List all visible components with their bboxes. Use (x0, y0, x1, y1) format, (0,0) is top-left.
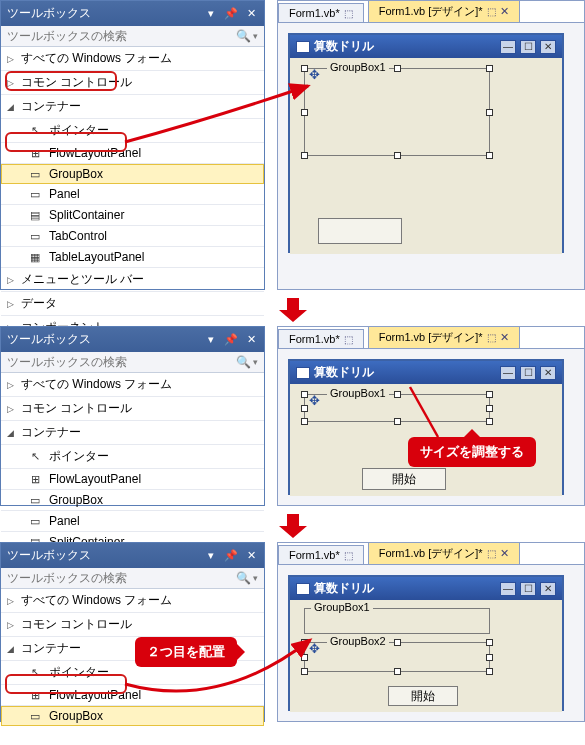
search-dropdown-icon[interactable]: ▾ (253, 31, 258, 41)
category-common-controls[interactable]: ▷コモン コントロール (1, 397, 264, 421)
groupbox-icon: ▭ (27, 167, 43, 181)
toolbox-titlebar: ツールボックス ▾📌✕ (1, 327, 264, 352)
form-window[interactable]: 算数ドリル — ☐ ✕ ✥ GroupBox1 開 (288, 359, 564, 495)
close-icon[interactable]: ✕ (540, 40, 556, 54)
start-button[interactable] (318, 218, 402, 244)
expand-icon: ▷ (7, 275, 17, 285)
search-input[interactable] (7, 29, 232, 43)
start-button[interactable]: 開始 (388, 686, 458, 706)
groupbox1[interactable]: GroupBox1 (304, 608, 490, 634)
category-common-controls[interactable]: ▷コモン コントロール (1, 71, 264, 95)
minimize-icon[interactable]: — (500, 366, 516, 380)
pin-icon[interactable]: ⬚ (344, 8, 353, 19)
start-button[interactable]: 開始 (362, 468, 446, 490)
toolbox-titlebar: ツールボックス ▾ 📌 ✕ (1, 1, 264, 26)
toolbox-titlebar: ツールボックス ▾📌✕ (1, 543, 264, 568)
category-all-windows-forms[interactable]: ▷すべての Windows フォーム (1, 373, 264, 397)
item-pointer[interactable]: ↖ポインター (1, 119, 264, 143)
tab-design[interactable]: Form1.vb [デザイン]*⬚✕ (368, 326, 520, 348)
move-icon[interactable]: ✥ (307, 393, 321, 407)
panel-icon: ▭ (27, 187, 43, 201)
maximize-icon[interactable]: ☐ (520, 40, 536, 54)
tablelayout-icon: ▦ (27, 250, 43, 264)
item-splitcontainer[interactable]: ▤SplitContainer (1, 205, 264, 226)
expand-icon: ▷ (7, 299, 17, 309)
toolbox-search[interactable]: 🔍▾ (1, 568, 264, 589)
toolbox-search[interactable]: 🔍 ▾ (1, 26, 264, 47)
search-icon[interactable]: 🔍 (236, 29, 251, 43)
pin-icon[interactable]: 📌 (224, 333, 238, 347)
search-dropdown-icon[interactable]: ▾ (253, 573, 258, 583)
tab-design[interactable]: Form1.vb [デザイン]*⬚✕ (368, 542, 520, 564)
toolbox-panel: ツールボックス ▾📌✕ 🔍▾ ▷すべての Windows フォーム ▷コモン コ… (0, 326, 265, 506)
groupbox1[interactable]: ✥ GroupBox1 (304, 68, 490, 156)
maximize-icon[interactable]: ☐ (520, 582, 536, 596)
tab-design[interactable]: Form1.vb [デザイン]*⬚✕ (368, 0, 520, 22)
app-icon (296, 583, 310, 595)
search-icon[interactable]: 🔍 (236, 571, 251, 585)
search-icon[interactable]: 🔍 (236, 355, 251, 369)
callout-resize: サイズを調整する (408, 437, 536, 467)
category-all-windows-forms[interactable]: ▷すべての Windows フォーム (1, 589, 264, 613)
category-common-controls[interactable]: ▷コモン コントロール (1, 613, 264, 637)
close-icon[interactable]: ✕ (540, 582, 556, 596)
tab-code[interactable]: Form1.vb*⬚ (278, 3, 364, 22)
maximize-icon[interactable]: ☐ (520, 366, 536, 380)
app-icon (296, 41, 310, 53)
form-titlebar[interactable]: 算数ドリル — ☐ ✕ (290, 361, 562, 384)
item-pointer[interactable]: ↖ポインター (1, 445, 264, 469)
groupbox1-label: GroupBox1 (327, 61, 389, 73)
expand-icon: ▷ (7, 54, 17, 64)
toolbox-panel: ツールボックス ▾📌✕ 🔍▾ ▷すべての Windows フォーム ▷コモン コ… (0, 542, 265, 722)
item-panel[interactable]: ▭Panel (1, 184, 264, 205)
tab-code[interactable]: Form1.vb*⬚ (278, 329, 364, 348)
category-containers[interactable]: ◢コンテナー (1, 421, 264, 445)
designer-panel: Form1.vb*⬚ Form1.vb [デザイン]*⬚✕ 算数ドリル — ☐ … (277, 542, 585, 722)
close-icon[interactable]: ✕ (244, 7, 258, 21)
search-input[interactable] (7, 571, 232, 585)
category-menus-toolbars[interactable]: ▷メニューとツール バー (1, 268, 264, 292)
groupbox1[interactable]: ✥ GroupBox1 (304, 394, 490, 422)
window-position-icon[interactable]: ▾ (204, 7, 218, 21)
minimize-icon[interactable]: — (500, 582, 516, 596)
window-position-icon[interactable]: ▾ (204, 549, 218, 563)
form-titlebar[interactable]: 算数ドリル — ☐ ✕ (290, 35, 562, 58)
tab-code[interactable]: Form1.vb*⬚ (278, 545, 364, 564)
item-groupbox[interactable]: ▭GroupBox (1, 164, 264, 184)
item-flowlayoutpanel[interactable]: ⊞FlowLayoutPanel (1, 685, 264, 706)
toolbox-search[interactable]: 🔍▾ (1, 352, 264, 373)
window-position-icon[interactable]: ▾ (204, 333, 218, 347)
close-icon[interactable]: ✕ (244, 549, 258, 563)
close-icon[interactable]: ✕ (244, 333, 258, 347)
form-window[interactable]: 算数ドリル — ☐ ✕ ✥ GroupBox1 (288, 33, 564, 253)
selection-handles[interactable] (301, 65, 493, 159)
move-icon[interactable]: ✥ (307, 67, 321, 81)
collapse-icon: ◢ (7, 102, 17, 112)
category-containers[interactable]: ◢コンテナー (1, 95, 264, 119)
search-input[interactable] (7, 355, 232, 369)
pin-icon[interactable]: 📌 (224, 7, 238, 21)
category-data[interactable]: ▷データ (1, 292, 264, 316)
category-all-windows-forms[interactable]: ▷すべての Windows フォーム (1, 47, 264, 71)
form-window[interactable]: 算数ドリル — ☐ ✕ GroupBox1 ✥ GroupBox2 (288, 575, 564, 711)
move-icon[interactable]: ✥ (307, 641, 321, 655)
splitcontainer-icon: ▤ (27, 208, 43, 222)
close-icon[interactable]: ✕ (540, 366, 556, 380)
item-panel[interactable]: ▭Panel (1, 511, 264, 532)
form-titlebar[interactable]: 算数ドリル — ☐ ✕ (290, 577, 562, 600)
item-tablelayoutpanel[interactable]: ▦TableLayoutPanel (1, 247, 264, 268)
search-dropdown-icon[interactable]: ▾ (253, 357, 258, 367)
item-flowlayoutpanel[interactable]: ⊞FlowLayoutPanel (1, 143, 264, 164)
close-icon[interactable]: ✕ (500, 5, 509, 18)
pin-icon[interactable]: ⬚ (487, 6, 496, 17)
expand-icon: ▷ (7, 78, 17, 88)
groupbox2[interactable]: ✥ GroupBox2 (304, 642, 490, 672)
item-tabcontrol[interactable]: ▭TabControl (1, 226, 264, 247)
item-groupbox[interactable]: ▭GroupBox (1, 706, 264, 726)
item-groupbox[interactable]: ▭GroupBox (1, 490, 264, 511)
item-flowlayoutpanel[interactable]: ⊞FlowLayoutPanel (1, 469, 264, 490)
designer-panel: Form1.vb*⬚ Form1.vb [デザイン]*⬚✕ 算数ドリル — ☐ … (277, 326, 585, 506)
minimize-icon[interactable]: — (500, 40, 516, 54)
pin-icon[interactable]: 📌 (224, 549, 238, 563)
flowlayout-icon: ⊞ (27, 146, 43, 160)
